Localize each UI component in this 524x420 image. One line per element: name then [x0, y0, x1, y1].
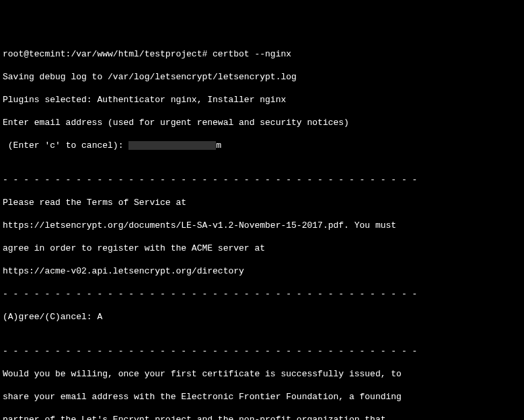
terminal-output-line: Saving debug log to /var/log/letsencrypt… — [3, 71, 521, 83]
terminal-input-line[interactable]: (Enter 'c' to cancel): m — [3, 140, 521, 151]
terminal-output-line: Enter email address (used for urgent ren… — [3, 117, 521, 128]
terminal-output-line: Would you be willing, once your first ce… — [3, 368, 521, 380]
email-suffix: m — [216, 140, 221, 151]
terminal-output-line: share your email address with the Electr… — [3, 391, 521, 403]
terminal-output-line: Plugins selected: Authenticator nginx, I… — [3, 94, 521, 106]
prompt-text: (Enter 'c' to cancel): — [3, 140, 128, 151]
terminal-separator: - - - - - - - - - - - - - - - - - - - - … — [3, 288, 521, 300]
terminal-output-line: agree in order to register with the ACME… — [3, 243, 521, 254]
terminal-output-line: partner of the Let's Encrypt project and… — [3, 414, 521, 420]
terminal-input-agree[interactable]: (A)gree/(C)ancel: A — [3, 311, 521, 323]
terminal-separator: - - - - - - - - - - - - - - - - - - - - … — [3, 345, 521, 357]
terminal-output-line: Please read the Terms of Service at — [3, 197, 521, 208]
terminal-prompt-line: root@tecmint:/var/www/html/testproject# … — [3, 48, 521, 60]
redacted-email — [128, 141, 216, 150]
terminal-output-line: https://acme-v02.api.letsencrypt.org/dir… — [3, 265, 521, 277]
terminal-output-line: https://letsencrypt.org/documents/LE-SA-… — [3, 220, 521, 231]
terminal-separator: - - - - - - - - - - - - - - - - - - - - … — [3, 174, 521, 185]
